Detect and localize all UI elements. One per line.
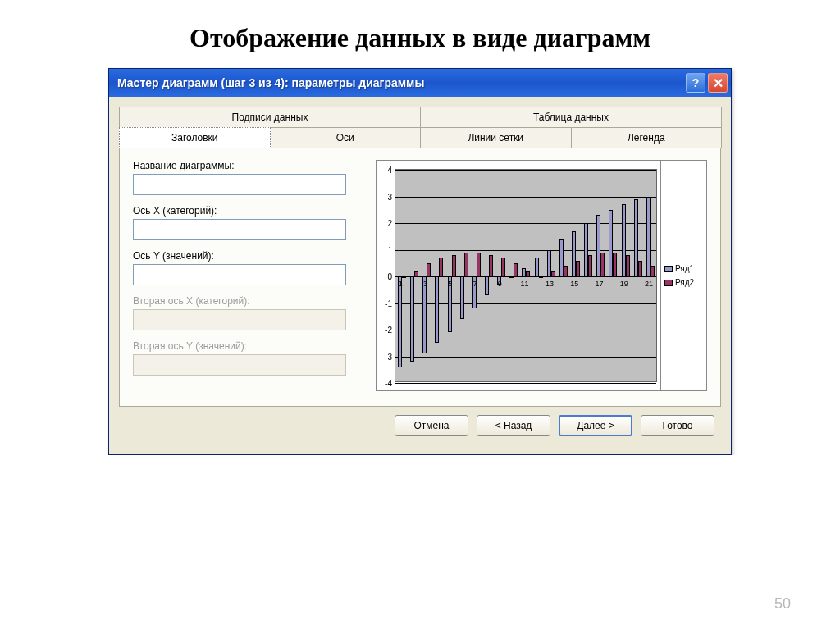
y-tick-label: 1 <box>379 245 392 254</box>
bar-series2 <box>402 276 406 278</box>
bar-series2 <box>452 255 456 276</box>
bar-series1 <box>535 258 539 276</box>
x-tick-label: 17 <box>595 280 603 288</box>
next-button[interactable]: Далее > <box>559 415 632 436</box>
bar-series2 <box>638 261 642 277</box>
tab-titles[interactable]: Заголовки <box>119 127 271 148</box>
bar-series2 <box>588 255 592 276</box>
slide-title: Отображение данных в виде диаграмм <box>0 23 840 53</box>
bar-series1 <box>422 276 427 353</box>
bar-series2 <box>514 263 518 276</box>
y2-axis-input <box>133 354 346 376</box>
chart-title-input[interactable] <box>133 174 346 195</box>
bar-series2 <box>464 253 468 276</box>
legend-swatch-1 <box>664 266 673 272</box>
bar-series1 <box>435 276 439 343</box>
legend-label-1: Ряд1 <box>675 264 694 273</box>
y-tick-label: 3 <box>379 192 392 201</box>
x-tick-label: 13 <box>546 280 554 288</box>
x-tick-label: 11 <box>521 280 529 288</box>
bar-series1 <box>398 276 402 367</box>
help-icon[interactable]: ? <box>686 73 705 93</box>
y-tick-label: 0 <box>379 272 392 281</box>
bar-series2 <box>600 253 605 276</box>
y-axis-label: Ось Y (значений): <box>133 250 363 262</box>
bar-series2 <box>414 271 418 277</box>
y-tick-label: 4 <box>379 166 392 175</box>
bar-series2 <box>551 271 555 277</box>
bar-series1 <box>460 276 464 319</box>
y-tick-label: -4 <box>379 379 392 388</box>
bar-series2 <box>477 253 481 276</box>
bar-series2 <box>576 261 580 277</box>
tab-panel-titles: Название диаграммы: Ось X (категорий): О… <box>119 148 721 407</box>
x-axis-label: Ось X (категорий): <box>133 205 363 217</box>
bar-series1 <box>485 276 489 295</box>
legend-item-1: Ряд1 <box>664 264 703 273</box>
x-tick-label: 19 <box>620 280 628 288</box>
bar-series2 <box>539 276 543 278</box>
x-axis-input[interactable] <box>133 219 346 240</box>
bar-series1 <box>509 276 514 278</box>
chart-title-label: Название диаграммы: <box>133 160 363 171</box>
x-tick-label: 9 <box>498 280 502 288</box>
x-tick-label: 3 <box>423 280 427 288</box>
x-tick-label: 21 <box>645 280 653 288</box>
chart-legend: Ряд1 Ряд2 <box>660 161 706 390</box>
legend-label-2: Ряд2 <box>675 278 694 287</box>
legend-item-2: Ряд2 <box>664 278 703 287</box>
x-tick-label: 7 <box>473 280 477 288</box>
bar-series2 <box>427 263 431 276</box>
tab-legend[interactable]: Легенда <box>571 127 723 148</box>
cancel-button[interactable]: Отмена <box>395 415 468 436</box>
bar-series1 <box>410 276 414 362</box>
x-tick-label: 15 <box>570 280 578 288</box>
y-tick-label: -1 <box>379 299 392 308</box>
bar-series2 <box>489 255 493 276</box>
bar-series2 <box>501 258 505 276</box>
bar-series2 <box>626 255 630 276</box>
tab-data-labels[interactable]: Подписи данных <box>119 107 421 127</box>
y-axis-input[interactable] <box>133 264 346 285</box>
dialog-button-row: Отмена < Назад Далее > Готово <box>119 407 721 446</box>
chart-plot-area: -4-3-2-10123413579111315171921 <box>395 169 657 382</box>
close-icon[interactable]: ✕ <box>708 73 728 93</box>
x2-axis-input <box>133 309 346 330</box>
tab-axes[interactable]: Оси <box>270 127 422 148</box>
tab-gridlines[interactable]: Линии сетки <box>420 127 572 148</box>
y-tick-label: -2 <box>379 326 392 335</box>
x2-axis-label: Вторая ось X (категорий): <box>133 295 363 307</box>
titlebar: Мастер диаграмм (шаг 3 из 4): параметры … <box>109 69 731 97</box>
tab-data-table[interactable]: Таблица данных <box>420 107 722 127</box>
chart-preview: -4-3-2-10123413579111315171921 Ряд1 Ряд2 <box>376 160 707 391</box>
bar-series2 <box>526 271 530 277</box>
y-tick-label: -3 <box>379 352 392 361</box>
chart-wizard-dialog: Мастер диаграмм (шаг 3 из 4): параметры … <box>108 68 732 455</box>
back-button[interactable]: < Назад <box>477 415 550 436</box>
legend-swatch-2 <box>664 280 673 286</box>
bar-series1 <box>646 197 651 277</box>
x-tick-label: 1 <box>399 280 403 288</box>
bar-series2 <box>439 258 443 276</box>
titlebar-text: Мастер диаграмм (шаг 3 из 4): параметры … <box>117 76 683 89</box>
bar-series2 <box>564 266 568 276</box>
bar-series2 <box>613 253 617 276</box>
x-tick-label: 5 <box>448 280 452 288</box>
y-tick-label: 2 <box>379 219 392 228</box>
y2-axis-label: Вторая ось Y (значений): <box>133 340 363 352</box>
bar-series2 <box>651 266 655 276</box>
finish-button[interactable]: Готово <box>641 415 714 436</box>
